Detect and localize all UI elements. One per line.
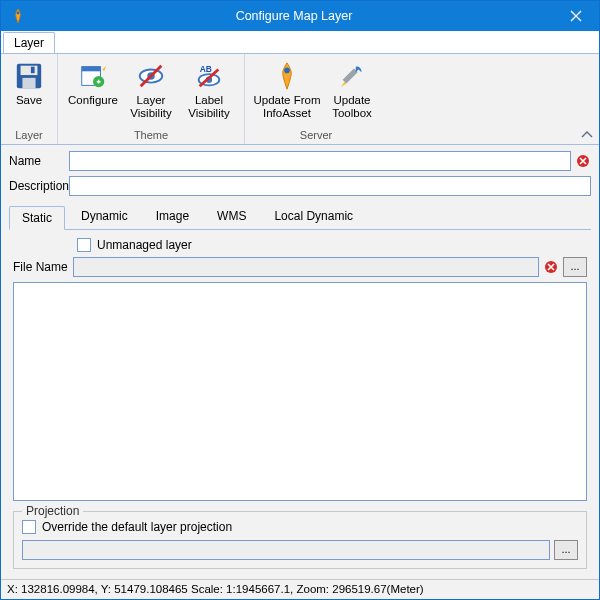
name-label: Name bbox=[9, 154, 69, 168]
status-bar: X: 132816.09984, Y: 51479.108465 Scale: … bbox=[1, 579, 599, 599]
svg-text:AB: AB bbox=[200, 64, 212, 74]
ribbon: Save Layer Configure Layer Visibility AB bbox=[1, 53, 599, 145]
label-visibility-button[interactable]: AB Label Visibility bbox=[180, 56, 238, 128]
projection-title: Projection bbox=[22, 504, 83, 518]
ribbon-group-server: Update From InfoAsset Update Toolbox Ser… bbox=[245, 54, 387, 144]
configure-icon bbox=[77, 60, 109, 92]
ribbon-tab-layer[interactable]: Layer bbox=[3, 32, 55, 53]
svg-rect-4 bbox=[31, 67, 35, 74]
toolbox-icon bbox=[336, 60, 368, 92]
infoasset-icon bbox=[271, 60, 303, 92]
svg-point-14 bbox=[284, 68, 290, 74]
tab-wms[interactable]: WMS bbox=[205, 205, 258, 229]
app-icon bbox=[9, 7, 27, 25]
projection-input bbox=[22, 540, 550, 560]
ribbon-group-label: Layer bbox=[1, 128, 57, 144]
tab-dynamic[interactable]: Dynamic bbox=[69, 205, 140, 229]
clear-name-icon[interactable] bbox=[575, 153, 591, 169]
tab-body-static: Unmanaged layer File Name ... Projection… bbox=[9, 230, 591, 575]
name-input[interactable] bbox=[69, 151, 571, 171]
ribbon-group-theme: Configure Layer Visibility AB Label Visi… bbox=[58, 54, 245, 144]
unmanaged-layer-checkbox[interactable] bbox=[77, 238, 91, 252]
ribbon-group-label: Server bbox=[245, 128, 387, 144]
label-visibility-icon: AB bbox=[193, 60, 225, 92]
update-toolbox-button[interactable]: Update Toolbox bbox=[323, 56, 381, 128]
ribbon-collapse-button[interactable] bbox=[579, 128, 595, 142]
svg-point-0 bbox=[17, 12, 20, 15]
override-projection-checkbox[interactable] bbox=[22, 520, 36, 534]
unmanaged-layer-label: Unmanaged layer bbox=[97, 238, 192, 252]
browse-file-button[interactable]: ... bbox=[563, 257, 587, 277]
save-button[interactable]: Save bbox=[7, 56, 51, 128]
update-from-infoasset-button[interactable]: Update From InfoAsset bbox=[251, 56, 323, 128]
ribbon-group-layer: Save Layer bbox=[1, 54, 58, 144]
file-name-label: File Name bbox=[13, 260, 73, 274]
tab-static[interactable]: Static bbox=[9, 206, 65, 230]
titlebar: Configure Map Layer bbox=[1, 1, 599, 31]
svg-rect-3 bbox=[22, 78, 35, 88]
content-area: Name Description Static Dynamic Image WM… bbox=[1, 145, 599, 579]
tab-image[interactable]: Image bbox=[144, 205, 201, 229]
layers-listbox[interactable] bbox=[13, 282, 587, 501]
window-title: Configure Map Layer bbox=[27, 9, 561, 23]
tab-local-dynamic[interactable]: Local Dynamic bbox=[262, 205, 365, 229]
clear-file-icon[interactable] bbox=[543, 259, 559, 275]
description-label: Description bbox=[9, 179, 69, 193]
override-projection-label: Override the default layer projection bbox=[42, 520, 232, 534]
save-icon bbox=[13, 60, 45, 92]
configure-button[interactable]: Configure bbox=[64, 56, 122, 128]
layer-visibility-icon bbox=[135, 60, 167, 92]
layer-visibility-button[interactable]: Layer Visibility bbox=[122, 56, 180, 128]
ribbon-tabstrip: Layer bbox=[1, 31, 599, 53]
layer-type-tabs: Static Dynamic Image WMS Local Dynamic bbox=[9, 205, 591, 230]
browse-projection-button[interactable]: ... bbox=[554, 540, 578, 560]
svg-rect-2 bbox=[21, 66, 38, 75]
ribbon-group-label: Theme bbox=[58, 128, 244, 144]
projection-section: Projection Override the default layer pr… bbox=[13, 511, 587, 569]
description-input[interactable] bbox=[69, 176, 591, 196]
file-name-input[interactable] bbox=[73, 257, 539, 277]
close-button[interactable] bbox=[561, 8, 591, 25]
